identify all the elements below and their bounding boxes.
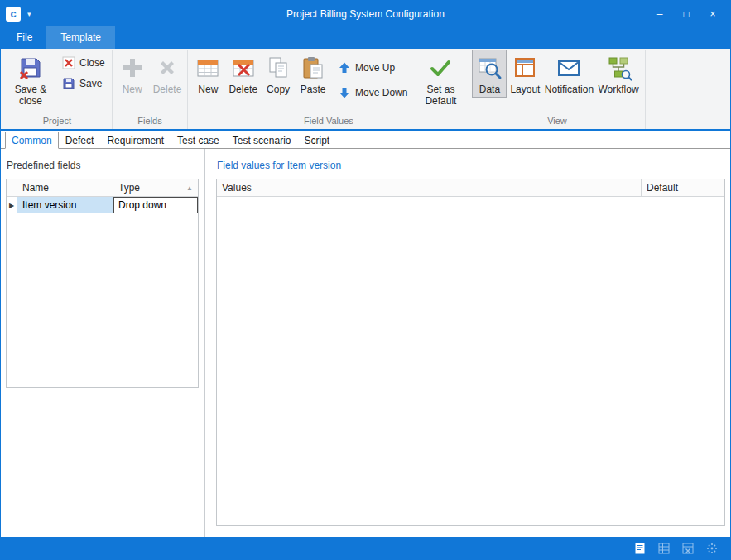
move-down-label: Move Down [355,87,407,98]
close-window-button[interactable]: × [700,4,725,24]
form-view-icon[interactable] [632,541,647,555]
ribbon-tab-file[interactable]: File [2,26,46,49]
group-caption-fields: Fields [115,115,185,129]
card-view-close-icon[interactable] [681,541,695,555]
fields-new-label: New [123,84,142,95]
envelope-icon [555,55,582,81]
values-delete-button[interactable]: Delete [225,50,261,98]
grid-view-icon[interactable] [656,541,671,555]
set-as-default-button[interactable]: Set as Default [415,50,466,110]
ribbon-tab-template[interactable]: Template [46,26,115,49]
plus-icon [119,55,146,81]
save-label: Save [79,78,102,89]
set-as-default-label: Set as Default [418,84,463,108]
tab-requirement[interactable]: Requirement [100,132,171,149]
column-header-values[interactable]: Values [217,179,642,196]
grid-empty-area[interactable] [217,197,724,525]
move-buttons: Move Up Move Down [330,50,415,101]
tab-common[interactable]: Common [5,132,59,149]
row-indicator-header [7,179,17,196]
minimize-button[interactable]: – [647,4,672,24]
grid-header: Values Default [217,179,724,197]
column-header-type[interactable]: Type ▲ [113,179,198,196]
data-view-label: Data [479,84,500,95]
sort-ascending-icon: ▲ [186,184,193,192]
save-and-close-label: Save & close [8,84,53,108]
ribbon: Save & close Close Save [1,49,730,129]
row-indicator-icon: ▶ [7,197,17,213]
save-and-close-button[interactable]: Save & close [5,50,56,110]
split-panels: Predefined fields Name Type ▲ ▶ Item ver… [1,149,730,537]
tab-test-scenario[interactable]: Test scenario [226,132,298,149]
data-view-button[interactable]: Data [472,50,507,98]
save-icon [62,77,75,90]
arrow-up-icon [338,61,351,74]
window-title: Project Billing System Configuration [1,8,730,20]
fields-delete-label: Delete [153,84,182,95]
checkmark-icon [427,55,454,81]
paste-icon [300,55,326,81]
grid-empty-area[interactable] [7,213,198,387]
copy-icon [265,55,291,81]
app-window: c ▾ Project Billing System Configuration… [0,0,731,560]
delete-table-icon [230,55,257,81]
layout-view-label: Layout [510,84,540,95]
arrow-down-icon [338,86,351,99]
delete-x-icon [154,55,180,81]
notification-view-button[interactable]: Notification [543,50,594,98]
group-caption-view: View [472,115,642,129]
paste-label: Paste [301,84,326,95]
predefined-fields-grid: Name Type ▲ ▶ Item version Drop down [6,179,199,388]
group-caption-project: Project [5,115,109,129]
project-small-buttons: Close Save [56,50,109,92]
fields-delete-button[interactable]: Delete [150,50,185,98]
window-controls: – □ × [647,4,725,24]
workflow-view-button[interactable]: Workflow [594,50,642,98]
values-new-button[interactable]: New [190,50,225,98]
layout-icon [512,55,538,81]
app-logo-icon[interactable]: c [6,7,21,22]
data-search-icon [476,55,503,81]
save-close-icon [17,55,44,81]
paste-button[interactable]: Paste [296,50,330,98]
notification-view-label: Notification [545,84,594,95]
column-header-type-label: Type [118,182,140,194]
grid-header: Name Type ▲ [7,179,198,197]
fields-new-button[interactable]: New [115,50,150,98]
tab-script[interactable]: Script [297,132,336,149]
new-table-icon [195,55,221,81]
save-button[interactable]: Save [60,75,108,92]
cell-field-name[interactable]: Item version [17,197,113,213]
ribbon-group-view: Data Layout Notification [469,50,645,129]
copy-label: Copy [267,84,290,95]
column-header-default[interactable]: Default [642,179,724,196]
move-down-button[interactable]: Move Down [335,84,410,101]
values-new-label: New [198,84,218,95]
layout-dots-icon[interactable] [705,541,719,555]
values-delete-label: Delete [228,84,257,95]
ribbon-group-project: Save & close Close Save [2,50,113,129]
ribbon-tab-strip: File Template [1,26,730,49]
copy-button[interactable]: Copy [261,50,296,98]
title-bar: c ▾ Project Billing System Configuration… [1,1,730,26]
table-row[interactable]: ▶ Item version Drop down [7,197,198,213]
close-x-icon [62,56,75,69]
status-bar [1,537,730,559]
close-button[interactable]: Close [60,55,108,71]
quick-access-chevron-icon[interactable]: ▾ [27,10,31,18]
workflow-icon [605,55,632,81]
move-up-button[interactable]: Move Up [335,60,410,76]
cell-field-type[interactable]: Drop down [113,197,198,213]
column-header-name[interactable]: Name [17,179,113,196]
tab-defect[interactable]: Defect [59,132,101,149]
field-values-panel: Field values for Item version Values Def… [205,149,730,537]
maximize-button[interactable]: □ [674,4,699,24]
layout-view-button[interactable]: Layout [507,50,543,98]
group-caption-field-values: Field Values [190,115,466,129]
move-up-label: Move Up [355,62,395,74]
content-area: Common Defect Requirement Test case Test… [1,129,730,537]
entity-tab-strip: Common Defect Requirement Test case Test… [1,131,730,149]
ribbon-group-field-values: New Delete Copy [188,50,469,129]
close-label: Close [79,57,105,69]
tab-test-case[interactable]: Test case [171,132,226,149]
